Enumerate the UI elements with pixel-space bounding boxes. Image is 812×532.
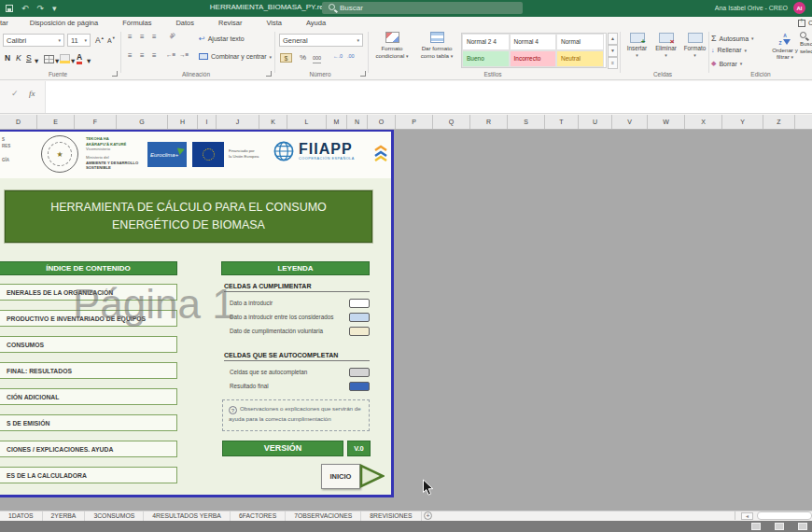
cell-style[interactable]: Normal xyxy=(556,34,604,50)
column-header[interactable]: D xyxy=(0,115,37,129)
column-header[interactable]: V xyxy=(612,115,648,129)
redo-icon[interactable]: ↷ xyxy=(37,2,45,15)
fuente-dialog-launcher-icon[interactable] xyxy=(112,71,118,77)
bold-button[interactable]: N xyxy=(5,53,10,63)
cell-style[interactable]: Normal 4 xyxy=(510,34,557,50)
column-header[interactable]: W xyxy=(648,115,685,129)
account-name[interactable]: Ana Isabel Orive - CREO xyxy=(715,5,788,11)
start-arrow-icon[interactable] xyxy=(359,459,385,493)
inicio-button[interactable]: INICIO xyxy=(321,464,360,489)
sheet-tab[interactable]: 3CONSUMOS xyxy=(85,511,144,521)
avatar[interactable]: AI xyxy=(793,2,805,14)
hscroll-left-icon[interactable]: ◄ xyxy=(741,512,753,520)
column-header[interactable]: E xyxy=(37,115,75,129)
column-header[interactable]: I xyxy=(198,115,217,129)
font-size-select[interactable]: 11▾ xyxy=(67,34,91,47)
alineacion-dialog-launcher-icon[interactable] xyxy=(266,71,272,77)
column-header[interactable]: O xyxy=(368,115,396,129)
align-left-icon[interactable]: ≡ xyxy=(128,51,133,60)
page-break-view-icon[interactable] xyxy=(798,523,807,530)
clear-button[interactable]: ◆ Borrar▾ xyxy=(711,60,742,67)
column-header[interactable]: N xyxy=(347,115,368,129)
underline-dropdown-icon[interactable]: ▾ xyxy=(35,56,38,65)
tab-revisar[interactable]: Revisar xyxy=(206,19,254,27)
column-header[interactable]: U xyxy=(579,115,612,129)
tab-vista[interactable]: Vista xyxy=(254,19,294,27)
fill-color-icon[interactable] xyxy=(60,54,70,63)
tab-ayuda[interactable]: Ayuda xyxy=(294,19,338,27)
formula-input[interactable] xyxy=(45,81,812,113)
add-sheet-icon[interactable]: + xyxy=(424,511,432,520)
cell-style[interactable]: Bueno xyxy=(462,50,510,67)
font-name-select[interactable]: Calibri▾ xyxy=(3,34,64,47)
index-item-button[interactable]: CONSUMOS xyxy=(0,336,177,353)
fill-button[interactable]: ↓ Rellenar▾ xyxy=(711,47,747,53)
autosum-button[interactable]: Σ Autosuma▾ xyxy=(711,34,754,43)
decrease-indent-icon[interactable]: ←≡ xyxy=(166,51,175,58)
undo-icon[interactable]: ↶ xyxy=(21,2,29,15)
normal-view-icon[interactable] xyxy=(751,523,761,530)
conditional-formatting-button[interactable]: Formato condicional ▾ xyxy=(371,32,413,60)
cell-style[interactable]: Normal 2 4 xyxy=(462,34,510,50)
delete-cells-button[interactable]: Eliminar ▾ xyxy=(652,33,679,58)
format-cells-button[interactable]: Formato ▾ xyxy=(681,33,708,58)
sheet-tab[interactable]: 8REVISIONES xyxy=(361,511,421,521)
cell-style[interactable]: Incorrecto xyxy=(510,50,557,67)
column-header[interactable]: Z xyxy=(763,115,795,129)
decrease-font-icon[interactable]: A▼ xyxy=(107,35,116,44)
column-header[interactable]: Q xyxy=(433,115,470,129)
gallery-down-icon[interactable]: ▼ xyxy=(608,45,618,57)
index-item-button[interactable]: S DE EMISIÓN xyxy=(0,414,177,431)
column-header[interactable]: X xyxy=(685,115,722,129)
enter-check-icon[interactable]: ✓ xyxy=(11,89,19,98)
align-center-icon[interactable]: ≡ xyxy=(140,51,145,60)
sheet-tab[interactable]: 6FACTORES xyxy=(231,511,286,521)
align-middle-icon[interactable]: ≡ xyxy=(140,33,145,41)
share-button[interactable]: Compartir xyxy=(798,17,812,29)
sheet-tab[interactable]: 2YERBA xyxy=(43,511,86,521)
align-right-icon[interactable]: ≡ xyxy=(152,51,157,60)
align-top-icon[interactable]: ≡ xyxy=(128,33,133,41)
column-header[interactable]: R xyxy=(470,115,508,129)
cell-style[interactable]: Neutral xyxy=(556,50,604,67)
gallery-up-icon[interactable]: ▲ xyxy=(608,33,618,45)
gallery-scrollbar[interactable]: ▲ ▼ ≡ xyxy=(608,33,618,68)
currency-icon[interactable]: $ xyxy=(280,53,292,63)
underline-button[interactable]: S xyxy=(26,53,32,63)
borders-icon[interactable] xyxy=(44,55,54,63)
decrease-decimal-icon[interactable]: .00 xyxy=(347,53,355,59)
page-layout-view-icon[interactable] xyxy=(775,523,784,530)
number-format-select[interactable]: General▾ xyxy=(279,34,363,47)
column-header[interactable]: S xyxy=(508,115,545,129)
numero-dialog-launcher-icon[interactable] xyxy=(360,71,366,77)
wrap-text-button[interactable]: ↩ Ajustar texto xyxy=(199,35,245,43)
tab-formulas[interactable]: Fórmulas xyxy=(110,19,163,27)
increase-indent-icon[interactable]: →≡ xyxy=(179,51,189,58)
customize-quick-access-icon[interactable]: ▾ xyxy=(52,2,57,15)
sort-filter-button[interactable]: AZ Ordenar y filtrar ▾ xyxy=(771,32,799,61)
column-header[interactable]: G xyxy=(117,115,168,129)
hscroll-track[interactable] xyxy=(757,511,812,520)
italic-button[interactable]: K xyxy=(16,53,21,63)
index-item-button[interactable]: CIONES / EXPLICACIONES. AYUDA xyxy=(0,441,177,457)
gallery-more-icon[interactable]: ≡ xyxy=(608,57,618,69)
format-as-table-button[interactable]: Dar formato como tabla ▾ xyxy=(415,32,458,60)
search-box[interactable]: Buscar xyxy=(322,2,523,14)
index-item-button[interactable]: CIÓN ADICIONAL xyxy=(0,388,177,405)
save-icon[interactable] xyxy=(6,5,13,12)
tab-insertar-partial[interactable]: tar xyxy=(0,19,18,27)
increase-decimal-icon[interactable]: ←.0 xyxy=(333,53,343,59)
insert-function-icon[interactable]: fx xyxy=(29,89,35,98)
column-header[interactable]: T xyxy=(545,115,579,129)
merge-center-button[interactable]: Combinar y centrar ▾ xyxy=(199,53,272,60)
orientation-icon[interactable]: ab xyxy=(168,32,176,40)
sheet-tab[interactable]: 4RESULTADOS YERBA xyxy=(144,511,231,521)
comma-style-icon[interactable]: 000 xyxy=(313,53,321,63)
column-header[interactable]: L xyxy=(287,115,327,129)
font-color-icon[interactable]: A xyxy=(77,52,82,64)
align-bottom-icon[interactable]: ≡ xyxy=(152,33,157,41)
column-header[interactable]: H xyxy=(168,115,198,129)
find-select-button[interactable]: Buscar y seleccionar xyxy=(800,32,812,55)
index-item-button[interactable]: FINAL: RESULTADOS xyxy=(0,362,177,379)
column-header[interactable]: F xyxy=(75,115,117,129)
